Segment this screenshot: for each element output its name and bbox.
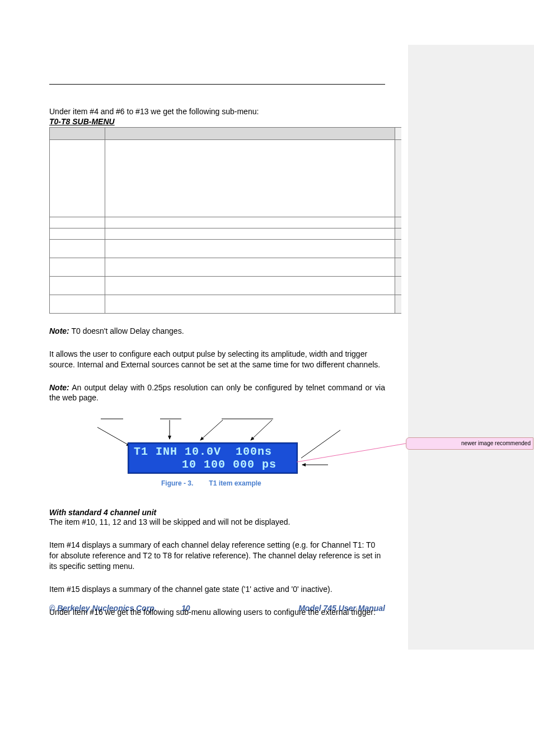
note-text: T0 doesn't allow Delay changes. [69,326,184,335]
table-header-row [50,127,402,139]
svg-line-5 [251,420,272,440]
table-row [50,139,402,217]
svg-line-7 [301,430,340,458]
review-sidebar [408,45,534,650]
paragraph: Item #15 displays a summary of the chann… [49,584,385,595]
paragraph: Item #14 displays a summary of each chan… [49,540,385,572]
svg-line-6 [97,427,130,446]
lcd-line2: 10 100 000 ps [134,458,277,471]
note-label: Note: [49,383,69,392]
svg-line-4 [200,420,223,440]
figure-caption: Figure - 3.T1 item example [161,479,261,487]
comment-text: newer image recommended [461,440,531,446]
table-row [50,295,402,313]
figure: T1 INH 10.0V 100ns 10 100 000 ps Figure … [49,413,385,489]
note-paragraph: Note: An output delay with 0.25ps resolu… [49,382,385,404]
table-row [50,239,402,258]
paragraph: It allows the user to configure each out… [49,349,385,370]
paragraph: Under item #16 we get the following sub-… [49,607,385,618]
lcd-line1: T1 INH 10.0V 100ns [134,445,272,458]
note-text: An output delay with 0.25ps resolution c… [49,383,385,403]
figure-title: T1 item example [209,479,261,487]
paragraph: The item #10, 11, 12 and 13 will be skip… [49,517,385,528]
section-subheading: With standard 4 channel unit [49,508,385,517]
intro-text: Under item #4 and #6 to #13 we get the f… [49,106,385,117]
lcd-display: T1 INH 10.0V 100ns 10 100 000 ps [128,442,298,474]
note-paragraph: Note: T0 doesn't allow Delay changes. [49,326,385,337]
submenu-table [49,127,401,314]
table-row [50,258,402,276]
submenu-heading: T0-T8 SUB-MENU [49,117,385,126]
table-row [50,276,402,295]
figure-number: Figure - 3. [161,479,193,487]
note-label: Note: [49,326,69,335]
review-comment[interactable]: newer image recommended [406,437,533,450]
table-row [50,217,402,228]
page-body: Under item #4 and #6 to #13 we get the f… [49,81,385,618]
table-row [50,228,402,239]
